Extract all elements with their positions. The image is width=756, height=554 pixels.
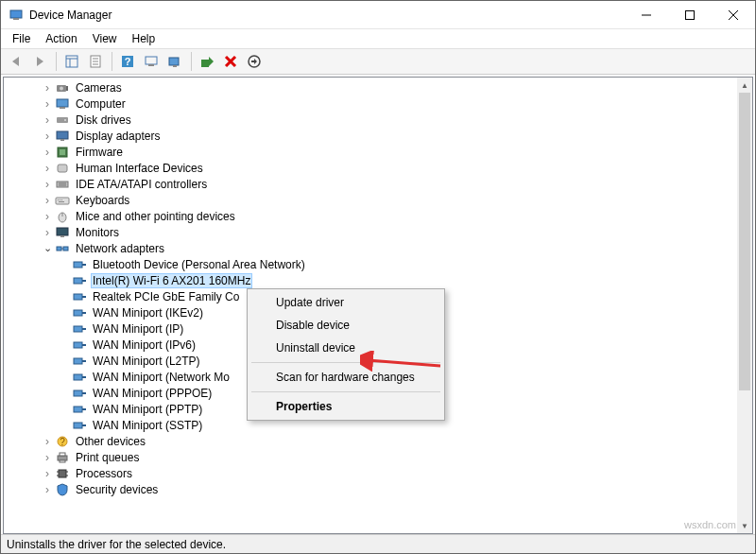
svg-rect-29	[66, 86, 68, 91]
tree-node[interactable]: Monitors	[8, 224, 737, 240]
processor-icon	[55, 466, 70, 481]
svg-rect-72	[74, 407, 82, 412]
expand-icon[interactable]	[40, 145, 55, 160]
network-icon	[55, 241, 70, 256]
svg-rect-68	[74, 374, 82, 380]
tree-node[interactable]: ?Other devices	[8, 433, 737, 449]
update-driver-button[interactable]	[163, 50, 186, 73]
uninstall-device-button[interactable]	[219, 50, 242, 73]
context-update-driver[interactable]: Update driver	[249, 291, 442, 314]
svg-rect-70	[74, 390, 82, 396]
context-disable-device[interactable]: Disable device	[249, 314, 442, 337]
context-uninstall-device[interactable]: Uninstall device	[249, 337, 442, 359]
tree-node[interactable]: Cameras	[8, 79, 737, 95]
svg-rect-50	[60, 235, 64, 237]
svg-rect-3	[686, 10, 695, 19]
tree-node[interactable]: Keyboards	[8, 192, 737, 208]
context-menu: Update driver Disable device Uninstall d…	[247, 288, 445, 421]
scroll-up-button[interactable]: ▲	[737, 78, 752, 93]
svg-rect-1	[13, 18, 19, 20]
net-adapter-icon	[72, 354, 87, 369]
tree-node[interactable]: Network adapters	[8, 240, 737, 256]
properties-button[interactable]	[84, 50, 107, 73]
expand-icon[interactable]	[40, 225, 55, 240]
back-button[interactable]	[5, 50, 27, 73]
expand-icon[interactable]	[40, 113, 55, 128]
expand-icon[interactable]	[40, 450, 55, 465]
vertical-scrollbar[interactable]: ▲ ▼	[737, 78, 752, 533]
expand-icon[interactable]	[40, 80, 55, 95]
forward-button[interactable]	[28, 50, 51, 73]
tree-node[interactable]: Firmware	[8, 144, 737, 160]
show-hide-console-button[interactable]	[60, 50, 83, 73]
context-scan-hardware[interactable]: Scan for hardware changes	[249, 366, 442, 389]
scan-hardware-button[interactable]	[140, 50, 163, 73]
tree-node-label: WAN Miniport (IPv6)	[91, 338, 198, 353]
collapse-icon[interactable]	[40, 241, 55, 256]
svg-point-33	[64, 119, 66, 121]
svg-rect-79	[60, 453, 65, 456]
net-adapter-icon	[72, 418, 87, 433]
svg-rect-64	[74, 342, 82, 348]
tree-node-label: Display adapters	[74, 129, 162, 144]
expand-icon[interactable]	[40, 161, 55, 176]
expand-icon[interactable]	[40, 129, 55, 144]
window-title: Device Manager	[29, 9, 112, 22]
svg-rect-17	[146, 57, 157, 64]
tree-node-label: WAN Miniport (IP)	[91, 321, 185, 337]
svg-rect-54	[74, 262, 82, 268]
close-button[interactable]	[712, 1, 755, 29]
tree-node[interactable]: Processors	[8, 465, 737, 481]
context-properties[interactable]: Properties	[249, 395, 442, 418]
tree-node[interactable]: Human Interface Devices	[8, 160, 737, 176]
maximize-button[interactable]	[668, 1, 712, 29]
legacy-button[interactable]	[243, 50, 266, 73]
svg-rect-21	[201, 60, 209, 67]
svg-rect-74	[74, 423, 82, 428]
scroll-thumb[interactable]	[739, 93, 750, 390]
tree-node[interactable]: Security devices	[8, 481, 737, 497]
svg-point-28	[60, 86, 63, 90]
enable-device-button[interactable]	[196, 50, 218, 73]
tree-node[interactable]: Mice and other pointing devices	[8, 208, 737, 224]
tree-node[interactable]: Display adapters	[8, 128, 737, 144]
svg-text:?: ?	[60, 437, 65, 447]
help-button[interactable]: ?	[116, 50, 139, 73]
svg-rect-66	[74, 358, 82, 364]
tree-node[interactable]: Bluetooth Device (Personal Area Network)	[8, 256, 737, 272]
expander-none	[57, 305, 72, 320]
tree-node[interactable]: IDE ATA/ATAPI controllers	[8, 176, 737, 192]
tree-node-label: WAN Miniport (PPPOE)	[91, 386, 214, 401]
tree-node[interactable]: Computer	[8, 95, 737, 112]
svg-rect-31	[60, 107, 65, 109]
tree-node[interactable]: Intel(R) Wi-Fi 6 AX201 160MHz	[8, 272, 737, 288]
expand-icon[interactable]	[40, 434, 55, 449]
menu-help[interactable]: Help	[125, 30, 163, 47]
menu-action[interactable]: Action	[38, 30, 84, 47]
scroll-down-button[interactable]: ▼	[737, 518, 752, 533]
tree-node[interactable]: Print queues	[8, 449, 737, 465]
tree-node[interactable]: Disk drives	[8, 112, 737, 128]
expand-icon[interactable]	[40, 96, 55, 112]
app-icon	[9, 8, 24, 23]
expand-icon[interactable]	[40, 177, 55, 192]
svg-rect-46	[59, 201, 64, 202]
expand-icon[interactable]	[40, 209, 55, 224]
svg-rect-44	[60, 199, 60, 200]
expand-icon[interactable]	[40, 193, 55, 208]
expand-icon[interactable]	[40, 482, 55, 497]
context-separator	[251, 391, 440, 392]
tree-node-label: Firmware	[74, 145, 125, 160]
svg-rect-35	[60, 139, 64, 141]
menu-view[interactable]: View	[85, 30, 125, 47]
menu-file[interactable]: File	[5, 30, 38, 47]
expander-none	[57, 289, 72, 304]
tree-node-label: WAN Miniport (IKEv2)	[91, 305, 205, 320]
expand-icon[interactable]	[40, 466, 55, 481]
minimize-button[interactable]	[625, 1, 668, 29]
net-adapter-icon	[72, 305, 87, 320]
security-icon	[55, 482, 70, 497]
svg-rect-39	[57, 182, 68, 187]
keyboard-icon	[55, 193, 70, 208]
printer-icon	[55, 450, 70, 465]
